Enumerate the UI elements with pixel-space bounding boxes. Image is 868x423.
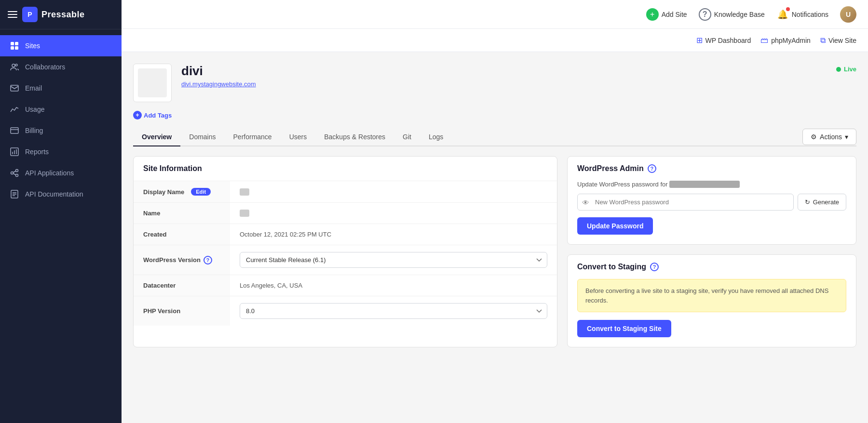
add-tags-button[interactable]: + Add Tags bbox=[133, 110, 172, 120]
info-table: Display Name Edit divi Name bbox=[134, 181, 557, 326]
billing-icon bbox=[10, 126, 19, 135]
datacenter-label: Datacenter bbox=[134, 275, 230, 296]
svg-point-15 bbox=[16, 174, 18, 177]
add-site-icon: + bbox=[646, 8, 659, 21]
hamburger-icon[interactable] bbox=[8, 11, 17, 18]
gear-icon: ⚙ bbox=[811, 133, 817, 141]
svg-rect-6 bbox=[11, 85, 18, 91]
tab-users[interactable]: Users bbox=[281, 128, 316, 146]
add-tags-icon: + bbox=[133, 111, 142, 119]
tab-logs[interactable]: Logs bbox=[420, 128, 452, 146]
sidebar-item-collaborators-label: Collaborators bbox=[25, 63, 65, 71]
tab-overview[interactable]: Overview bbox=[133, 128, 180, 146]
svg-rect-1 bbox=[15, 42, 18, 45]
password-input[interactable] bbox=[577, 194, 794, 211]
datacenter-value: Los Angeles, CA, USA bbox=[230, 275, 557, 296]
svg-point-4 bbox=[12, 64, 15, 67]
wordpress-admin-title: WordPress Admin ? bbox=[568, 157, 856, 181]
site-thumbnail bbox=[133, 64, 172, 102]
sidebar-item-sites-label: Sites bbox=[25, 42, 40, 50]
wordpress-admin-help-icon[interactable]: ? bbox=[648, 164, 656, 173]
convert-staging-card: Convert to Staging ? Before converting a… bbox=[567, 254, 856, 347]
page-content: divi divi.mystagingwebsite.com Live + Ad… bbox=[122, 52, 868, 423]
sidebar-item-billing-label: Billing bbox=[25, 127, 43, 134]
notification-badge bbox=[786, 7, 790, 11]
sidebar-item-collaborators[interactable]: Collaborators bbox=[0, 56, 122, 78]
collaborators-icon bbox=[10, 62, 19, 72]
php-version-value: 8.0 7.4 7.3 8.1 bbox=[230, 296, 557, 326]
api-applications-icon bbox=[10, 168, 19, 178]
knowledge-base-button[interactable]: ? Knowledge Base bbox=[699, 8, 765, 21]
sidebar-item-api-documentation-label: API Documentation bbox=[25, 190, 83, 198]
tab-backups[interactable]: Backups & Restores bbox=[315, 128, 394, 146]
php-version-label: PHP Version bbox=[134, 296, 230, 326]
tab-performance[interactable]: Performance bbox=[225, 128, 281, 146]
convert-staging-body: Before converting a live site to a stagi… bbox=[568, 279, 856, 347]
svg-point-5 bbox=[15, 64, 17, 66]
wordpress-admin-desc: Update WordPress password for admin@divi… bbox=[577, 181, 846, 188]
sidebar-item-reports-label: Reports bbox=[25, 148, 49, 156]
display-name-edit-button[interactable]: Edit bbox=[191, 188, 211, 196]
phpmyadmin-button[interactable]: 🗃 phpMyAdmin bbox=[760, 36, 811, 45]
admin-email-blurred: admin@diviexample.com bbox=[669, 181, 739, 188]
main-content: + Add Site ? Knowledge Base 🔔 Notificati… bbox=[122, 0, 868, 423]
table-row: WordPress Version ? Current Stable Relea… bbox=[134, 245, 557, 275]
logo-icon: P bbox=[22, 7, 38, 22]
sidebar-item-sites[interactable]: Sites bbox=[0, 35, 122, 56]
created-value: October 12, 2021 02:25 PM UTC bbox=[230, 224, 557, 245]
refresh-icon: ↻ bbox=[805, 198, 810, 206]
site-information-body: Display Name Edit divi Name bbox=[134, 181, 557, 326]
password-eye-icon[interactable]: 👁 bbox=[582, 198, 589, 206]
notifications-button[interactable]: 🔔 Notifications bbox=[776, 8, 828, 21]
sidebar-item-reports[interactable]: Reports bbox=[0, 141, 122, 162]
site-name: divi bbox=[181, 64, 827, 79]
site-url[interactable]: divi.mystagingwebsite.com bbox=[181, 80, 827, 88]
password-input-wrap: 👁 bbox=[577, 194, 794, 211]
sidebar-item-email-label: Email bbox=[25, 84, 42, 92]
generate-password-button[interactable]: ↻ Generate bbox=[798, 194, 846, 211]
sidebar: P Pressable Sites bbox=[0, 0, 122, 423]
wordpress-version-help-icon[interactable]: ? bbox=[203, 256, 212, 264]
tab-actions-area: ⚙ Actions ▾ bbox=[802, 129, 856, 145]
tab-domains[interactable]: Domains bbox=[180, 128, 224, 146]
add-site-button[interactable]: + Add Site bbox=[646, 8, 687, 21]
tab-git[interactable]: Git bbox=[394, 128, 420, 146]
wordpress-admin-card: WordPress Admin ? Update WordPress passw… bbox=[567, 156, 856, 245]
wordpress-version-select[interactable]: Current Stable Release (6.1) 6.0 5.9 5.8 bbox=[240, 252, 547, 268]
wp-dashboard-button[interactable]: ⊞ WP Dashboard bbox=[696, 36, 751, 45]
email-icon bbox=[10, 83, 19, 93]
sidebar-item-billing[interactable]: Billing bbox=[0, 120, 122, 141]
sidebar-item-usage[interactable]: Usage bbox=[0, 99, 122, 120]
staging-warning-text: Before converting a live site to a stagi… bbox=[577, 279, 846, 312]
topbar: + Add Site ? Knowledge Base 🔔 Notificati… bbox=[122, 0, 868, 29]
display-name-blurred: divi bbox=[240, 188, 249, 196]
convert-staging-help-icon[interactable]: ? bbox=[650, 263, 659, 271]
view-site-button[interactable]: ⧉ View Site bbox=[820, 36, 856, 45]
sidebar-item-email[interactable]: Email bbox=[0, 78, 122, 99]
user-avatar[interactable]: U bbox=[840, 6, 856, 23]
table-row: Display Name Edit divi bbox=[134, 181, 557, 203]
svg-rect-2 bbox=[11, 46, 14, 50]
view-site-icon: ⧉ bbox=[820, 36, 826, 45]
site-tabs: Overview Domains Performance Users Backu… bbox=[133, 128, 856, 146]
right-panel: WordPress Admin ? Update WordPress passw… bbox=[567, 156, 856, 347]
php-version-select[interactable]: 8.0 7.4 7.3 8.1 bbox=[240, 303, 547, 319]
table-row: PHP Version 8.0 7.4 7.3 8.1 bbox=[134, 296, 557, 326]
knowledge-base-icon: ? bbox=[699, 8, 711, 21]
status-label: Live bbox=[844, 66, 856, 73]
reports-icon bbox=[10, 147, 19, 157]
update-password-button[interactable]: Update Password bbox=[577, 217, 653, 235]
sidebar-item-api-applications[interactable]: API Applications bbox=[0, 162, 122, 184]
usage-icon bbox=[10, 105, 19, 114]
table-row: Datacenter Los Angeles, CA, USA bbox=[134, 275, 557, 296]
svg-rect-3 bbox=[15, 46, 18, 50]
wordpress-admin-body: Update WordPress password for admin@divi… bbox=[568, 181, 856, 244]
site-header: divi divi.mystagingwebsite.com Live bbox=[133, 64, 856, 102]
convert-staging-button[interactable]: Convert to Staging Site bbox=[577, 320, 671, 337]
site-thumb-inner bbox=[138, 68, 167, 97]
topbar-secondary: ⊞ WP Dashboard 🗃 phpMyAdmin ⧉ View Site bbox=[122, 29, 868, 52]
actions-button[interactable]: ⚙ Actions ▾ bbox=[802, 129, 856, 145]
tags-row: + Add Tags bbox=[133, 110, 856, 120]
wordpress-version-label: WordPress Version ? bbox=[134, 245, 230, 275]
sidebar-item-api-documentation[interactable]: API Documentation bbox=[0, 184, 122, 205]
